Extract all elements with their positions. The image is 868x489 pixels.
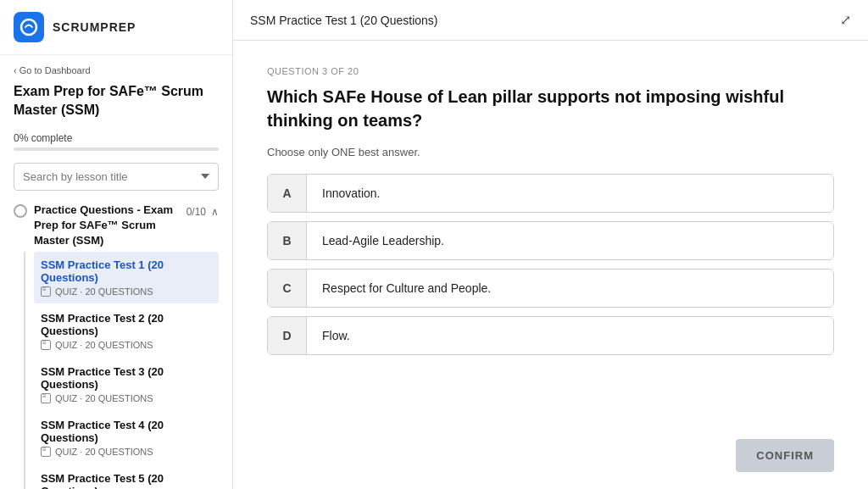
logo-area: SCRUMPREP xyxy=(0,0,232,55)
answer-text: Innovation. xyxy=(307,175,396,212)
section-count: 0/10 xyxy=(186,206,206,218)
lesson-meta: QUIZ · 20 QUESTIONS xyxy=(41,286,212,297)
confirm-button[interactable]: CONFIRM xyxy=(736,439,834,472)
main-content: SSM Practice Test 1 (20 Questions) ⤢ QUE… xyxy=(233,0,868,489)
chevron-up-icon: ∧ xyxy=(211,206,219,218)
answer-letter: A xyxy=(268,175,307,212)
lesson-item[interactable]: SSM Practice Test 4 (20 Questions) QUIZ … xyxy=(34,412,219,464)
section-header[interactable]: Practice Questions - Exam Prep for SAFe™… xyxy=(14,203,219,249)
answer-letter: B xyxy=(268,222,307,259)
progress-label: 0% complete xyxy=(14,132,219,144)
confirm-area: CONFIRM xyxy=(233,431,868,489)
lesson-item[interactable]: SSM Practice Test 5 (20 Questions) QUIZ … xyxy=(34,465,219,489)
logo-icon xyxy=(14,12,44,42)
lesson-meta-text: QUIZ · 20 QUESTIONS xyxy=(55,340,153,350)
answer-option[interactable]: C Respect for Culture and People. xyxy=(267,269,834,308)
lesson-item-title: SSM Practice Test 5 (20 Questions) xyxy=(41,472,212,489)
lesson-meta: QUIZ · 20 QUESTIONS xyxy=(41,340,212,350)
sidebar-content: Go to Dashboard Exam Prep for SAFe™ Scru… xyxy=(0,55,232,489)
lesson-meta-text: QUIZ · 20 QUESTIONS xyxy=(55,447,153,457)
lesson-list: SSM Practice Test 1 (20 Questions) QUIZ … xyxy=(24,252,219,489)
section-header-left: Practice Questions - Exam Prep for SAFe™… xyxy=(14,203,186,249)
section-circle xyxy=(14,204,27,218)
progress-bar-track xyxy=(14,147,219,151)
lesson-meta: QUIZ · 20 QUESTIONS xyxy=(41,447,212,457)
lesson-item-title: SSM Practice Test 3 (20 Questions) xyxy=(41,365,212,391)
lesson-meta: QUIZ · 20 QUESTIONS xyxy=(41,393,212,403)
main-header: SSM Practice Test 1 (20 Questions) ⤢ xyxy=(233,0,868,41)
quiz-icon xyxy=(41,447,51,457)
lesson-item-title: SSM Practice Test 1 (20 Questions) xyxy=(41,258,212,284)
go-to-dashboard-link[interactable]: Go to Dashboard xyxy=(14,65,219,75)
answer-letter: C xyxy=(268,270,307,307)
logo-text: SCRUMPREP xyxy=(53,20,136,34)
answers-container: A Innovation. B Lead-Agile Leadership. C… xyxy=(267,174,834,355)
lesson-item[interactable]: SSM Practice Test 1 (20 Questions) QUIZ … xyxy=(34,252,219,303)
expand-icon[interactable]: ⤢ xyxy=(840,12,851,28)
lesson-meta-text: QUIZ · 20 QUESTIONS xyxy=(55,393,153,403)
lesson-item[interactable]: SSM Practice Test 2 (20 Questions) QUIZ … xyxy=(34,305,219,357)
lesson-meta-text: QUIZ · 20 QUESTIONS xyxy=(55,286,153,297)
answer-text: Flow. xyxy=(307,317,365,354)
question-text: Which SAFe House of Lean pillar supports… xyxy=(267,85,834,132)
answer-letter: D xyxy=(268,317,307,354)
lesson-item-title: SSM Practice Test 2 (20 Questions) xyxy=(41,312,212,337)
main-header-title: SSM Practice Test 1 (20 Questions) xyxy=(250,14,438,27)
quiz-icon xyxy=(41,393,51,403)
lesson-item[interactable]: SSM Practice Test 3 (20 Questions) QUIZ … xyxy=(34,358,219,410)
question-label: QUESTION 3 OF 20 xyxy=(267,66,834,76)
answer-option[interactable]: B Lead-Agile Leadership. xyxy=(267,221,834,260)
svg-point-0 xyxy=(21,19,36,35)
main-body: QUESTION 3 OF 20 Which SAFe House of Lea… xyxy=(233,41,868,431)
answer-option[interactable]: A Innovation. xyxy=(267,174,834,213)
lesson-item-title: SSM Practice Test 4 (20 Questions) xyxy=(41,419,212,444)
quiz-icon xyxy=(41,340,51,350)
answer-instruction: Choose only ONE best answer. xyxy=(267,146,834,158)
section-title: Practice Questions - Exam Prep for SAFe™… xyxy=(34,203,186,249)
answer-text: Respect for Culture and People. xyxy=(307,270,506,307)
quiz-icon xyxy=(41,286,51,297)
answer-option[interactable]: D Flow. xyxy=(267,316,834,355)
answer-text: Lead-Agile Leadership. xyxy=(307,222,459,259)
sidebar: SCRUMPREP Go to Dashboard Exam Prep for … xyxy=(0,0,233,489)
search-dropdown[interactable]: Search by lesson title xyxy=(14,163,219,191)
course-title: Exam Prep for SAFe™ Scrum Master (SSM) xyxy=(14,82,219,120)
